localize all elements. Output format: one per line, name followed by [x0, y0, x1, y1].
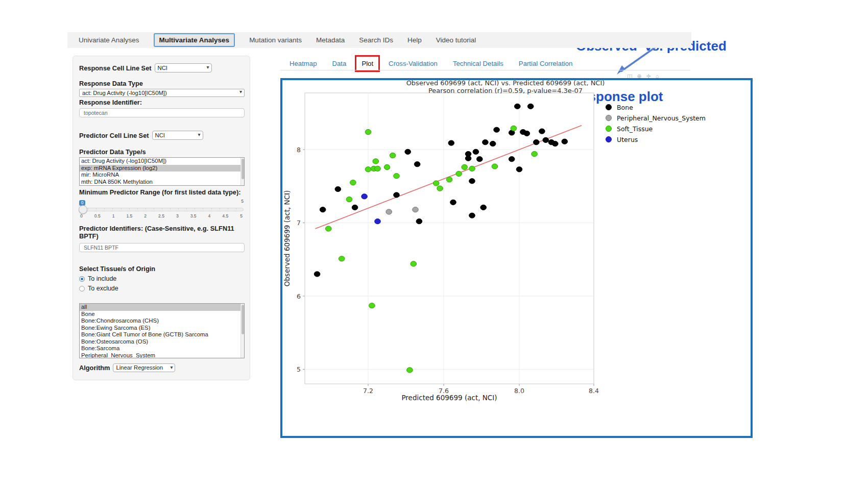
- scrollbar[interactable]: [240, 304, 244, 358]
- divider: [280, 70, 690, 70]
- radio-to-exclude-label: To exclude: [88, 285, 118, 292]
- nav-tab-metadata[interactable]: Metadata: [316, 36, 345, 44]
- response-cell-line-set-select[interactable]: NCI ▾: [155, 63, 212, 72]
- slider-max-label: 5: [241, 199, 244, 204]
- plot-highlight-border: [280, 78, 753, 438]
- predictor-data-types-label: Predictor Data Type/s: [79, 148, 244, 156]
- radio-to-include-label: To include: [88, 275, 116, 282]
- algorithm-select[interactable]: Linear Regression ▾: [113, 363, 175, 372]
- slider-tick-labels: 00.511.522.533.544.55: [79, 213, 244, 218]
- chevron-down-icon: ▾: [170, 364, 173, 371]
- radio-to-include[interactable]: [79, 276, 85, 282]
- list-item[interactable]: mth: DNA 850K Methylation: [80, 179, 244, 186]
- list-item[interactable]: Bone:Chondrosarcoma (CHS): [80, 318, 244, 325]
- response-cell-line-set-label: Response Cell Line Set: [79, 64, 152, 72]
- main-nav: Univariate Analyses Multivariate Analyse…: [67, 32, 691, 48]
- nav-tab-mutation-variants[interactable]: Mutation variants: [249, 36, 302, 44]
- slider-handle[interactable]: [79, 205, 87, 214]
- subtab-technical-details[interactable]: Technical Details: [453, 60, 503, 67]
- tissue-listbox[interactable]: all Bone Bone:Chondrosarcoma (CHS) Bone:…: [79, 303, 245, 358]
- control-sidebar: Response Cell Line Set NCI ▾ Response Da…: [73, 56, 250, 380]
- nav-tab-search-ids[interactable]: Search IDs: [359, 36, 393, 44]
- list-item[interactable]: Bone:Osteosarcoma (OS): [80, 338, 244, 346]
- chevron-down-icon: ▾: [239, 89, 242, 95]
- list-item[interactable]: Bone:Ewing Sarcoma (ES): [80, 325, 244, 332]
- min-predictor-range-label: Minimum Predictor Range (for first liste…: [79, 188, 243, 196]
- response-data-type-select[interactable]: act: Drug Activity (-log10[IC50M]) ▾: [79, 89, 245, 97]
- nav-tab-help[interactable]: Help: [407, 36, 422, 44]
- chevron-down-icon: ▾: [198, 131, 201, 138]
- list-item[interactable]: Peripheral_Nervous_System: [80, 352, 244, 359]
- predictor-identifiers-input[interactable]: SLFN11 BPTF: [79, 243, 245, 252]
- subtab-partial-correlation[interactable]: Partial Correlation: [519, 60, 573, 67]
- response-identifier-input[interactable]: topotecan: [79, 108, 245, 117]
- scrollbar[interactable]: [240, 158, 244, 185]
- response-identifier-label: Response Identifier:: [79, 99, 244, 106]
- list-item[interactable]: mir: MicroRNA: [80, 172, 244, 179]
- subtab-heatmap[interactable]: Heatmap: [290, 60, 317, 67]
- predictor-cell-line-set-label: Predictor Cell Line Set: [79, 132, 149, 139]
- list-item[interactable]: Bone:Sarcoma: [80, 345, 244, 352]
- nav-tab-video-tutorial[interactable]: Video tutorial: [436, 36, 476, 44]
- list-item[interactable]: Bone: [80, 311, 244, 318]
- list-item[interactable]: act: Drug Activity (-log10[IC50M]): [80, 158, 244, 165]
- min-predictor-range-slider[interactable]: [79, 208, 244, 211]
- chevron-down-icon: ▾: [206, 64, 209, 71]
- predictor-cell-line-set-select[interactable]: NCI ▾: [152, 131, 203, 140]
- subtab-cross-validation[interactable]: Cross-Validation: [389, 60, 438, 67]
- predictor-data-types-listbox[interactable]: act: Drug Activity (-log10[IC50M]) exp: …: [79, 157, 245, 186]
- subtab-data[interactable]: Data: [332, 60, 347, 67]
- subtab-plot[interactable]: Plot: [355, 55, 380, 72]
- nav-tab-univariate-analyses[interactable]: Univariate Analyses: [79, 36, 139, 44]
- result-tabs: Heatmap Data Plot Cross-Validation Techn…: [290, 55, 572, 72]
- radio-to-exclude[interactable]: [79, 286, 85, 291]
- nav-tab-multivariate-analyses[interactable]: Multivariate Analyses: [154, 33, 235, 47]
- algorithm-label: Algorithm: [79, 364, 110, 372]
- response-data-type-label: Response Data Type: [79, 80, 244, 87]
- predictor-identifiers-label: Predictor Identifiers: (Case-Sensitive, …: [79, 225, 243, 240]
- list-item[interactable]: all: [80, 304, 244, 311]
- list-item[interactable]: Bone:Giant Cell Tumor of Bone (GCTB) Sar…: [80, 331, 244, 338]
- list-item[interactable]: exp: mRNA Expression (log2): [80, 165, 244, 172]
- tissue-origin-label: Select Tissue/s of Origin: [79, 265, 244, 273]
